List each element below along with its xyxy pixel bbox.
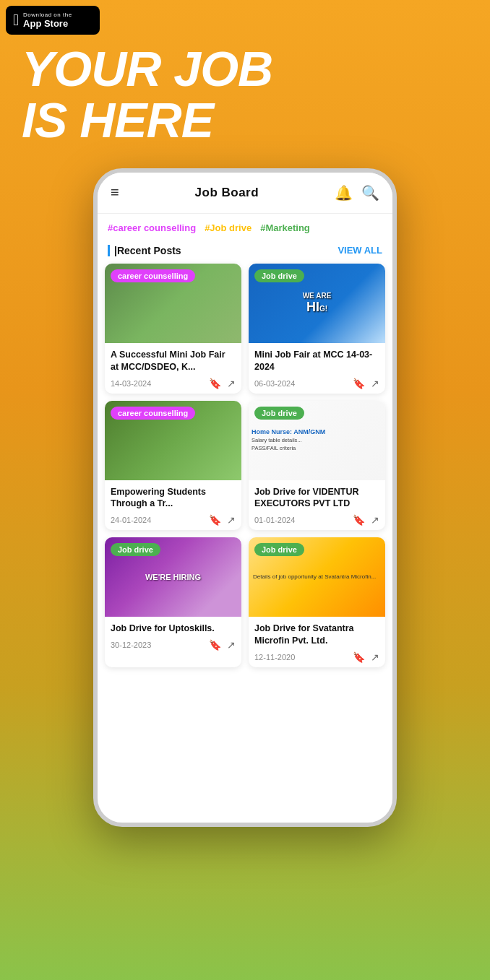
share-icon[interactable]: ↗ [371,651,379,663]
phone-mockup: ≡ Job Board 🔔 🔍 #career counselling #Job… [93,168,397,827]
post-footer: 01-01-2024 🔖 ↗ [254,514,379,526]
post-card[interactable]: Home Nurse: ANM/GNM Salary table details… [249,401,385,531]
post-footer: 24-01-2024 🔖 ↗ [111,514,236,526]
phone-screen: ≡ Job Board 🔔 🔍 #career counselling #Job… [98,173,392,823]
posts-grid: career counselling A Successful Mini Job… [98,264,392,675]
post-actions: 🔖 ↗ [209,514,236,526]
post-title: Job Drive for Svatantra Microfin Pvt. Lt… [254,623,379,647]
post-footer: 30-12-2023 🔖 ↗ [111,639,236,651]
post-title: Job Drive for VIDENTUR EXECUTORS PVT LTD [254,486,379,511]
tag-marketing[interactable]: #Marketing [260,222,310,233]
post-footer: 06-03-2024 🔖 ↗ [254,378,379,389]
view-all-button[interactable]: VIEW ALL [338,245,382,256]
post-title: A Successful Mini Job Fair at MCC/DSDEO,… [111,349,236,373]
post-content: Job Drive for Uptoskills. 30-12-2023 🔖 ↗ [105,617,241,655]
apple-icon:  [13,12,19,28]
post-badge: career counselling [111,407,195,420]
post-date: 30-12-2023 [111,641,151,649]
post-image-wrapper: WE AREHIG! Job drive [249,264,385,343]
menu-icon[interactable]: ≡ [111,184,119,201]
post-badge: Job drive [254,269,304,282]
post-card[interactable]: career counselling Empowering Students T… [105,401,241,531]
bookmark-icon[interactable]: 🔖 [209,378,221,389]
app-store-badge[interactable]:  Download on the App Store [6,6,100,35]
share-icon[interactable]: ↗ [227,378,236,389]
download-on-label: Download on the [23,12,72,18]
post-date: 06-03-2024 [254,379,295,388]
post-actions: 🔖 ↗ [209,639,236,651]
post-content: Job Drive for VIDENTUR EXECUTORS PVT LTD… [249,480,385,531]
bookmark-icon[interactable]: 🔖 [209,639,221,651]
bookmark-icon[interactable]: 🔖 [353,651,365,663]
header-title: Job Board [195,186,259,200]
share-icon[interactable]: ↗ [227,639,236,651]
header-icons: 🔔 🔍 [335,184,379,201]
post-content: Empowering Students Through a Tr... 24-0… [105,480,241,531]
post-badge: Job drive [254,407,304,420]
post-actions: 🔖 ↗ [353,514,379,526]
post-image-wrapper: Details of job opportunity at Svatantra … [249,537,385,617]
bookmark-icon[interactable]: 🔖 [353,514,365,526]
recent-posts-title: |Recent Posts [108,245,181,256]
bookmark-icon[interactable]: 🔖 [353,378,365,389]
post-actions: 🔖 ↗ [209,378,236,389]
hero-title: YOUR JOB IS HERE [22,43,468,147]
search-icon[interactable]: 🔍 [361,184,379,201]
post-content: Mini Job Fair at MCC 14-03-2024 06-03-20… [249,343,385,394]
post-title: Mini Job Fair at MCC 14-03-2024 [254,349,379,373]
post-badge: Job drive [254,543,304,556]
post-badge: Job drive [111,543,160,556]
app-store-label: App Store [23,18,72,30]
bell-icon[interactable]: 🔔 [335,184,353,201]
post-card[interactable]: Details of job opportunity at Svatantra … [249,537,385,667]
post-footer: 12-11-2020 🔖 ↗ [254,651,379,663]
post-image-wrapper: career counselling [105,401,241,480]
post-date: 12-11-2020 [254,653,295,662]
post-content: A Successful Mini Job Fair at MCC/DSDEO,… [105,343,241,394]
phone-wrapper: ≡ Job Board 🔔 🔍 #career counselling #Job… [0,161,490,841]
post-actions: 🔖 ↗ [353,651,379,663]
post-date: 14-03-2024 [111,379,151,388]
post-badge: career counselling [111,269,195,282]
tag-job-drive[interactable]: #Job drive [205,222,252,233]
post-content: Job Drive for Svatantra Microfin Pvt. Lt… [249,617,385,667]
post-image-wrapper: Home Nurse: ANM/GNM Salary table details… [249,401,385,480]
tag-career-counselling[interactable]: #career counselling [108,222,196,233]
post-title: Empowering Students Through a Tr... [111,486,236,511]
post-card[interactable]: WE AREHIG! Job drive Mini Job Fair at MC… [249,264,385,394]
post-card[interactable]: career counselling A Successful Mini Job… [105,264,241,394]
tags-row: #career counselling #Job drive #Marketin… [98,214,392,242]
post-title: Job Drive for Uptoskills. [111,623,236,635]
section-header: |Recent Posts VIEW ALL [98,242,392,264]
bookmark-icon[interactable]: 🔖 [209,514,221,526]
post-footer: 14-03-2024 🔖 ↗ [111,378,236,389]
post-actions: 🔖 ↗ [353,378,379,389]
post-date: 01-01-2024 [254,516,295,524]
post-card[interactable]: WE'RE HIRING Job drive Job Drive for Upt… [105,537,241,667]
share-icon[interactable]: ↗ [371,378,379,389]
post-date: 24-01-2024 [111,516,151,524]
post-image-wrapper: WE'RE HIRING Job drive [105,537,241,617]
share-icon[interactable]: ↗ [227,514,236,526]
app-header: ≡ Job Board 🔔 🔍 [98,173,392,214]
share-icon[interactable]: ↗ [371,514,379,526]
badge-text: Download on the App Store [23,12,72,30]
post-image-wrapper: career counselling [105,264,241,343]
